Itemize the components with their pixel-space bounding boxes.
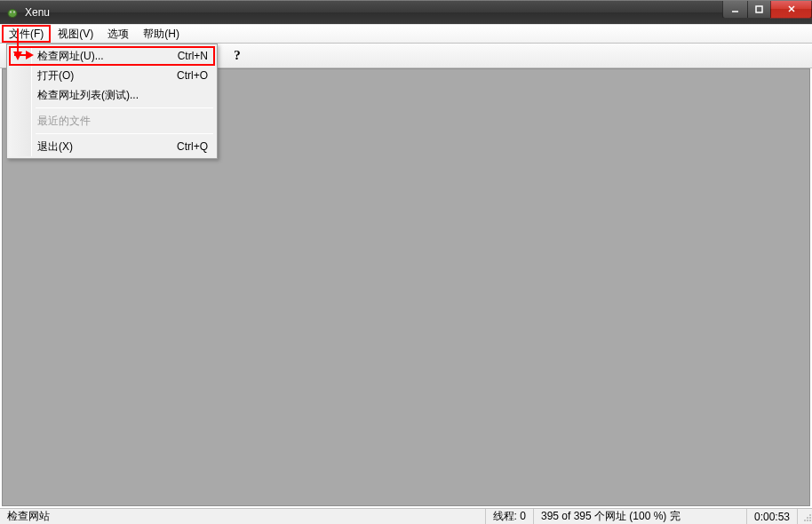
svg-point-16 bbox=[804, 520, 806, 521]
menu-separator bbox=[36, 107, 213, 108]
file-menu-dropdown: 检查网址(U)... Ctrl+N 打开(O) Ctrl+O 检查网址列表(测试… bbox=[6, 44, 218, 159]
minimize-button[interactable] bbox=[722, 1, 748, 19]
menu-recent-files: 最近的文件 bbox=[9, 111, 215, 131]
menu-check-list-label: 检查网址列表(测试)... bbox=[37, 88, 139, 103]
window-title: Xenu bbox=[25, 6, 50, 19]
window-controls bbox=[723, 1, 812, 19]
resize-grip[interactable] bbox=[798, 509, 812, 524]
titlebar: Xenu bbox=[0, 0, 812, 24]
menu-exit-label: 退出(X) bbox=[37, 139, 73, 155]
svg-point-3 bbox=[11, 12, 12, 12]
svg-point-15 bbox=[809, 517, 811, 519]
menu-exit-shortcut: Ctrl+Q bbox=[177, 140, 208, 153]
menu-open-label: 打开(O) bbox=[37, 68, 74, 83]
menu-check-url-label: 检查网址(U)... bbox=[37, 49, 104, 64]
menu-exit[interactable]: 退出(X) Ctrl+Q bbox=[9, 137, 215, 156]
menu-file[interactable]: 文件(F) bbox=[2, 25, 51, 43]
svg-point-4 bbox=[14, 12, 15, 12]
help-icon[interactable]: ? bbox=[229, 48, 245, 64]
menu-separator bbox=[36, 133, 213, 134]
svg-point-18 bbox=[809, 514, 811, 516]
menu-view[interactable]: 视图(V) bbox=[51, 25, 100, 43]
maximize-button[interactable] bbox=[747, 1, 771, 19]
menu-help[interactable]: 帮助(H) bbox=[136, 25, 187, 43]
menu-check-url-shortcut: Ctrl+N bbox=[178, 50, 208, 62]
menubar: 文件(F) 视图(V) 选项 帮助(H) bbox=[0, 24, 812, 44]
status-message: 检查网站 bbox=[0, 509, 486, 524]
menu-check-list[interactable]: 检查网址列表(测试)... bbox=[9, 85, 215, 105]
app-icon bbox=[5, 5, 20, 20]
status-elapsed: 0:00:53 bbox=[747, 509, 798, 524]
status-progress: 395 of 395 个网址 (100 %) 完 bbox=[534, 509, 747, 524]
status-threads: 线程: 0 bbox=[486, 509, 534, 524]
svg-point-17 bbox=[807, 517, 808, 519]
menu-check-url[interactable]: 检查网址(U)... Ctrl+N bbox=[9, 46, 215, 66]
svg-point-13 bbox=[809, 520, 811, 521]
close-button[interactable] bbox=[770, 1, 812, 19]
menu-options[interactable]: 选项 bbox=[100, 25, 136, 43]
svg-point-0 bbox=[8, 10, 17, 18]
menu-open[interactable]: 打开(O) Ctrl+O bbox=[9, 66, 215, 85]
svg-rect-6 bbox=[756, 6, 762, 12]
statusbar: 检查网站 线程: 0 395 of 395 个网址 (100 %) 完 0:00… bbox=[0, 508, 812, 524]
menu-recent-files-label: 最近的文件 bbox=[37, 114, 91, 129]
menu-open-shortcut: Ctrl+O bbox=[177, 69, 208, 82]
svg-point-14 bbox=[807, 520, 808, 521]
